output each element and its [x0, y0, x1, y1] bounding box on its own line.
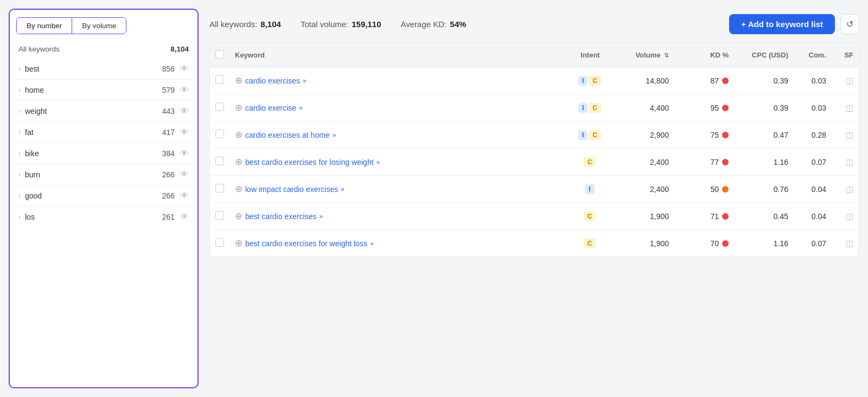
eye-icon[interactable]: 👁 [180, 170, 189, 180]
sf-icon[interactable]: ◫ [846, 103, 853, 112]
intent-badge: C [589, 76, 601, 86]
com-cell: 0.07 [794, 230, 832, 257]
sidebar-item-right: 261 👁 [162, 212, 189, 222]
eye-icon[interactable]: 👁 [180, 106, 189, 116]
refresh-button[interactable]: ↺ [840, 14, 859, 34]
sf-cell[interactable]: ◫ [832, 203, 859, 230]
volume-cell: 1,900 [615, 203, 674, 230]
chevron-right-icon[interactable]: › [18, 192, 21, 200]
row-checkbox[interactable] [215, 130, 224, 138]
keyword-link[interactable]: ⊕ best cardio exercises for losing weigh… [235, 156, 560, 168]
add-to-keyword-list-button[interactable]: + Add to keyword list [729, 14, 835, 34]
arrows-icon: » [320, 213, 323, 220]
all-kw-value: 8,104 [260, 20, 281, 29]
sidebar-item-left: › burn [18, 170, 40, 179]
sidebar-item-label: home [25, 86, 44, 94]
keyword-link[interactable]: ⊕ low impact cardio exercises » [235, 183, 560, 195]
kd-dot [722, 159, 729, 165]
eye-icon[interactable]: 👁 [180, 64, 189, 74]
sf-icon[interactable]: ◫ [846, 130, 853, 139]
arrows-icon: » [333, 131, 336, 139]
select-all-checkbox[interactable] [215, 50, 224, 59]
sidebar-item: › los 261 👁 [16, 207, 191, 227]
sidebar-item: › bike 384 👁 [16, 143, 191, 164]
sidebar-item-left: › best [18, 65, 39, 73]
keyword-link[interactable]: ⊕ cardio exercises » [235, 75, 560, 86]
keyword-link[interactable]: ⊕ cardio exercises at home » [235, 129, 560, 140]
kd-cell: 50 [674, 176, 734, 203]
sf-cell[interactable]: ◫ [832, 176, 859, 203]
kd-cell: 71 [674, 203, 734, 230]
eye-icon[interactable]: 👁 [180, 85, 189, 95]
chevron-right-icon[interactable]: › [18, 129, 21, 136]
sidebar-item-left: › home [18, 86, 44, 94]
toggle-by-number[interactable]: By number [17, 18, 72, 34]
kd-value: 75 [710, 131, 719, 139]
sidebar-item-left: › los [18, 213, 35, 221]
kd-value: 50 [710, 185, 719, 194]
total-vol-value: 159,110 [352, 20, 381, 29]
row-checkbox[interactable] [215, 211, 224, 220]
kd-cell: 87 [674, 67, 734, 94]
kd-cell: 77 [674, 149, 734, 176]
sf-cell[interactable]: ◫ [832, 149, 859, 176]
sidebar-item-label: los [25, 213, 35, 221]
volume-cell: 1,900 [615, 230, 674, 257]
sidebar-item-count: 856 [162, 65, 175, 73]
sf-icon[interactable]: ◫ [846, 76, 853, 85]
add-circle-icon: ⊕ [235, 238, 242, 249]
chevron-right-icon[interactable]: › [18, 150, 21, 157]
sidebar-list: › best 856 👁 › home 579 👁 › weight 443 [16, 59, 191, 227]
add-circle-icon: ⊕ [235, 210, 242, 222]
row-checkbox[interactable] [215, 157, 224, 165]
add-circle-icon: ⊕ [235, 129, 242, 140]
row-checkbox[interactable] [215, 238, 224, 247]
sidebar: By number By volume All keywords 8,104 ›… [9, 9, 199, 388]
col-kd: KD % [674, 43, 734, 67]
kd-value: 71 [710, 212, 719, 221]
keyword-text: best cardio exercises for losing weight [245, 158, 374, 167]
sf-icon[interactable]: ◫ [846, 184, 853, 194]
chevron-right-icon[interactable]: › [18, 213, 21, 221]
intent-badge: I [578, 103, 588, 113]
sf-cell[interactable]: ◫ [832, 121, 859, 149]
keyword-link[interactable]: ⊕ cardio exercise » [235, 102, 560, 113]
keyword-link[interactable]: ⊕ best cardio exercises for weight loss … [235, 238, 560, 249]
kd-cell: 70 [674, 230, 734, 257]
sidebar-item-count: 266 [162, 191, 175, 200]
kd-value: 95 [710, 104, 719, 112]
arrows-icon: » [299, 104, 303, 112]
eye-icon[interactable]: 👁 [180, 149, 189, 158]
sidebar-item-count: 384 [162, 149, 175, 158]
col-cpc: CPC (USD) [734, 43, 794, 67]
sidebar-item-label: burn [25, 170, 40, 179]
sidebar-item-count: 443 [162, 107, 175, 116]
add-circle-icon: ⊕ [235, 75, 242, 86]
keyword-text: best cardio exercises for weight loss [245, 239, 367, 248]
eye-icon[interactable]: 👁 [180, 212, 189, 222]
volume-cell: 2,900 [615, 121, 674, 149]
com-cell: 0.07 [794, 149, 832, 176]
row-checkbox[interactable] [215, 184, 224, 193]
sf-icon[interactable]: ◫ [846, 239, 853, 248]
chevron-right-icon[interactable]: › [18, 86, 21, 94]
chevron-right-icon[interactable]: › [18, 171, 21, 178]
sf-icon[interactable]: ◫ [846, 212, 853, 221]
row-checkbox[interactable] [215, 103, 224, 111]
sidebar-item: › fat 417 👁 [16, 122, 191, 143]
eye-icon[interactable]: 👁 [180, 127, 189, 137]
eye-icon[interactable]: 👁 [180, 191, 189, 201]
chevron-right-icon[interactable]: › [18, 65, 21, 73]
sidebar-item-count: 579 [162, 86, 175, 94]
col-volume[interactable]: Volume ⇅ [615, 43, 674, 67]
sf-icon[interactable]: ◫ [846, 157, 853, 167]
volume-sort-icon: ⇅ [664, 52, 669, 59]
keyword-link[interactable]: ⊕ best cardio exercises » [235, 210, 560, 222]
chevron-right-icon[interactable]: › [18, 107, 21, 115]
sf-cell[interactable]: ◫ [832, 94, 859, 121]
sf-cell[interactable]: ◫ [832, 67, 859, 94]
toggle-by-volume[interactable]: By volume [72, 18, 126, 34]
row-checkbox[interactable] [215, 75, 224, 84]
sf-cell[interactable]: ◫ [832, 230, 859, 257]
keyword-text: best cardio exercises [245, 212, 317, 221]
